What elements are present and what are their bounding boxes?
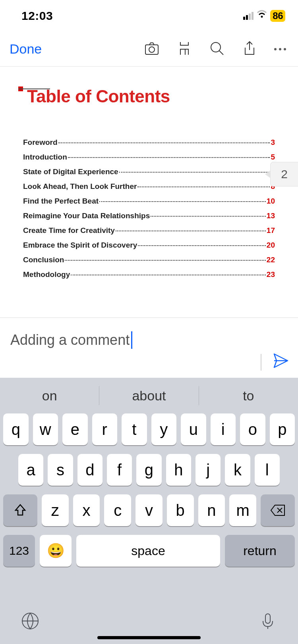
comment-input-bar: Adding a comment [0,317,298,378]
more-icon[interactable] [274,48,286,50]
toc-page: 13 [267,211,275,220]
key-t[interactable]: t [122,413,147,445]
key-c[interactable]: c [104,494,131,526]
key-d[interactable]: d [77,454,103,486]
battery-level: 86 [270,10,285,22]
divider [261,354,261,371]
key-q[interactable]: q [3,413,29,445]
wifi-icon [257,10,267,21]
toc-page: 10 [267,197,275,206]
suggestion[interactable]: to [199,388,298,404]
key-o[interactable]: o [240,413,265,445]
key-u[interactable]: u [181,413,206,445]
keyboard: on about to q w e r t y u i o p a s d f … [0,378,298,644]
key-e[interactable]: e [62,413,88,445]
text-cursor [131,331,132,349]
toc-page: 22 [267,256,275,264]
key-a[interactable]: a [18,454,43,486]
status-bar: 12:03 86 [0,0,298,32]
key-m[interactable]: m [229,494,256,526]
key-w[interactable]: w [33,413,58,445]
toc-page: 23 [267,270,275,279]
svg-point-0 [261,16,263,18]
key-s[interactable]: s [48,454,73,486]
toc-row: Look Ahead, Then Look Further8 [23,182,275,191]
done-button[interactable]: Done [10,41,42,57]
key-p[interactable]: p [270,413,295,445]
key-n[interactable]: n [198,494,225,526]
globe-icon[interactable] [21,611,40,632]
share-icon[interactable] [242,40,257,58]
toc-label: Find the Perfect Beat [23,197,99,206]
key-v[interactable]: v [135,494,163,526]
key-return[interactable]: return [225,535,295,567]
toc-row: Find the Perfect Beat10 [23,197,275,206]
key-i[interactable]: i [211,413,236,445]
key-b[interactable]: b [167,494,194,526]
comment-input-text: Adding a comment [10,332,130,348]
search-icon[interactable] [209,40,225,58]
key-backspace[interactable] [261,494,295,526]
toc-label: State of Digital Experience [23,167,118,176]
mic-icon[interactable] [258,611,277,632]
annotation-marker[interactable] [18,87,50,90]
key-numbers[interactable]: 123 [3,535,35,567]
toc-label: Reimagine Your Data Relationships [23,211,150,220]
toc-label: Create Time for Creativity [23,226,115,235]
key-h[interactable]: h [166,454,191,486]
toc-page: 3 [271,138,275,147]
key-emoji[interactable]: 😀 [40,535,72,567]
toc-page: 20 [267,241,275,250]
toc-row: Foreword3 [23,138,275,147]
key-space[interactable]: space [76,535,220,567]
key-k[interactable]: k [225,454,250,486]
comment-input[interactable]: Adding a comment [0,318,298,349]
page-number-badge[interactable]: 2 [270,162,298,186]
document-area[interactable]: Table of Contents Foreword3 Introduction… [0,67,298,279]
home-indicator[interactable] [97,636,201,639]
toc-label: Embrace the Spirit of Discovery [23,241,137,250]
table-of-contents: Foreword3 Introduction5 State of Digital… [23,138,275,279]
svg-point-2 [149,47,155,52]
toc-row: Create Time for Creativity17 [23,226,275,235]
toc-label: Foreword [23,138,58,147]
page-fit-icon[interactable] [176,40,192,58]
suggestion[interactable]: about [99,388,198,404]
status-time: 12:03 [21,9,53,23]
suggestion[interactable]: on [0,388,99,404]
key-f[interactable]: f [107,454,132,486]
toc-row: Introduction5 [23,153,275,161]
toc-row: State of Digital Experience6 [23,167,275,176]
toc-row: Methodology23 [23,270,275,279]
key-x[interactable]: x [73,494,100,526]
key-z[interactable]: z [42,494,69,526]
key-shift[interactable] [3,494,37,526]
cellular-signal-icon [243,12,253,20]
key-l[interactable]: l [255,454,280,486]
toc-page: 17 [267,226,275,235]
toc-label: Conclusion [23,256,64,264]
key-r[interactable]: r [92,413,118,445]
toc-page: 5 [271,153,275,161]
key-g[interactable]: g [136,454,161,486]
key-j[interactable]: j [195,454,221,486]
svg-point-3 [211,42,221,52]
svg-rect-5 [265,614,270,623]
key-y[interactable]: y [151,413,177,445]
send-button[interactable] [273,352,289,371]
toolbar: Done [0,32,298,67]
status-right: 86 [243,10,285,22]
svg-rect-1 [145,45,158,54]
camera-icon[interactable] [144,40,160,58]
toc-row: Embrace the Spirit of Discovery20 [23,241,275,250]
toc-label: Look Ahead, Then Look Further [23,182,137,191]
keyboard-suggestions: on about to [0,378,298,413]
page-title: Table of Contents [27,87,280,106]
toc-label: Introduction [23,153,67,161]
toc-label: Methodology [23,270,70,279]
toc-row: Reimagine Your Data Relationships13 [23,211,275,220]
toc-row: Conclusion22 [23,256,275,264]
document-page: Table of Contents Foreword3 Introduction… [18,87,280,279]
